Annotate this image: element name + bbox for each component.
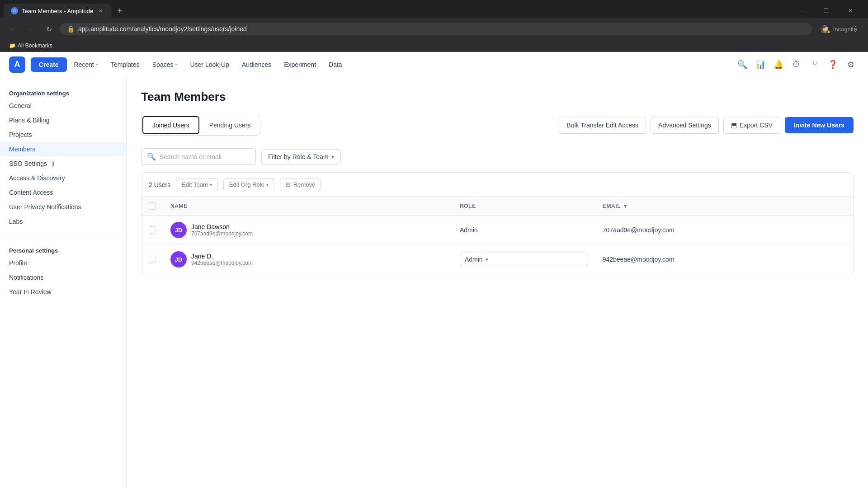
sidebar-item-user-privacy-notifications[interactable]: User Privacy Notifications: [0, 200, 126, 214]
avatar-1: JD: [170, 222, 187, 238]
remove-button[interactable]: ⊟ Remove: [280, 178, 321, 191]
role-dropdown-chevron-icon: ▾: [486, 257, 488, 263]
spaces-chevron-icon: ▾: [175, 62, 177, 67]
nav-item-experiment[interactable]: Experiment: [278, 57, 321, 72]
user-cell-2: JD Jane D. 942beeae@moodjoy.com: [170, 251, 445, 267]
email-2: 942beeae@moodjoy.com: [603, 256, 675, 263]
sidebar-item-projects[interactable]: Projects: [0, 127, 126, 142]
edit-org-role-button[interactable]: Edit Org Role ▾: [223, 178, 274, 191]
select-all-checkbox[interactable]: [149, 202, 156, 210]
minimize-button[interactable]: —: [791, 4, 812, 18]
export-icon: ⬒: [731, 122, 737, 129]
edit-team-chevron-icon: ▾: [210, 182, 212, 187]
search-filter-bar: 🔍 Filter by Role & Team ▾: [141, 148, 854, 165]
row-1-checkbox[interactable]: [149, 226, 156, 234]
email-column-header[interactable]: EMAIL ▼: [595, 197, 853, 216]
tab-favicon: A: [11, 7, 18, 14]
search-icon: 🔍: [147, 152, 156, 161]
filter-chevron-icon: ▾: [331, 154, 334, 160]
sidebar-item-general[interactable]: General: [0, 99, 126, 113]
sidebar-item-profile[interactable]: Profile: [0, 256, 126, 270]
edit-org-role-chevron-icon: ▾: [266, 182, 269, 187]
role-dropdown-2[interactable]: Admin ▾: [460, 253, 588, 266]
nav-item-user-lookup[interactable]: User Look-Up: [184, 57, 234, 72]
search-icon-button[interactable]: 🔍: [734, 56, 750, 73]
role-column-header: ROLE: [453, 197, 595, 216]
sidebar-item-plans-billing[interactable]: Plans & Billing: [0, 113, 126, 127]
email-sort-icon: ▼: [623, 203, 628, 209]
tab-pending-users[interactable]: Pending Users: [200, 115, 260, 135]
sidebar: Organization settings General Plans & Bi…: [0, 77, 127, 488]
extensions-button[interactable]: ⋮: [848, 22, 863, 36]
nav-item-recent[interactable]: Recent ▾: [69, 57, 104, 72]
sidebar-item-sso-settings[interactable]: SSO Settings ⚷: [0, 156, 126, 171]
lock-icon: 🔒: [67, 25, 75, 33]
tab-joined-users[interactable]: Joined Users: [142, 116, 199, 134]
org-settings-section-title: Organization settings: [0, 86, 126, 99]
nav-item-data[interactable]: Data: [323, 57, 348, 72]
url-text: app.amplitude.com/analytics/moodjoy2/set…: [78, 25, 805, 33]
tab-title: Team Members - Amplitude: [22, 8, 93, 14]
close-window-button[interactable]: ✕: [840, 4, 861, 18]
tab-close-button[interactable]: ✕: [97, 7, 104, 14]
users-data-table: NAME ROLE EMAIL ▼: [142, 197, 853, 274]
sidebar-item-year-in-review[interactable]: Year In Review: [0, 285, 126, 299]
user-email-sub-1: 707aad9e@moodjoy.com: [191, 230, 253, 237]
invite-new-users-button[interactable]: Invite New Users: [785, 117, 854, 133]
sidebar-item-access-discovery[interactable]: Access & Discovery: [0, 171, 126, 185]
filter-role-team-button[interactable]: Filter by Role & Team ▾: [261, 149, 341, 164]
nav-item-templates[interactable]: Templates: [105, 57, 145, 72]
create-button[interactable]: Create: [31, 57, 67, 72]
bulk-transfer-button[interactable]: Bulk Transfer Edit Access: [559, 117, 646, 134]
sidebar-item-content-access[interactable]: Content Access: [0, 185, 126, 200]
sidebar-item-labs[interactable]: Labs: [0, 214, 126, 229]
settings-icon-button[interactable]: ⚙: [843, 56, 859, 73]
help-icon-button[interactable]: ❓: [825, 56, 841, 73]
address-bar[interactable]: 🔒 app.amplitude.com/analytics/moodjoy2/s…: [60, 23, 812, 35]
profile-button[interactable]: 🕵 Incognito: [832, 22, 846, 36]
user-cell-1: JD Jane Dawson 707aad9e@moodjoy.com: [170, 222, 445, 238]
history-icon-button[interactable]: ⏱: [788, 56, 805, 73]
name-column-header: NAME: [163, 197, 453, 216]
tabs-action-bar: Joined Users Pending Users Bulk Transfer…: [141, 115, 854, 136]
users-count: 2 Users: [149, 181, 170, 188]
content-area: Team Members Joined Users Pending Users …: [127, 77, 868, 488]
nav-item-audiences[interactable]: Audiences: [236, 57, 277, 72]
personal-settings-section-title: Personal settings: [0, 244, 126, 256]
action-buttons-group: Bulk Transfer Edit Access Advanced Setti…: [559, 117, 854, 134]
new-tab-button[interactable]: +: [113, 5, 126, 17]
all-bookmarks-item[interactable]: 📁 All Bookmarks: [5, 42, 56, 50]
bookmarks-folder-icon: 📁: [9, 42, 16, 49]
user-email-sub-2: 942beeae@moodjoy.com: [191, 260, 253, 266]
table-row: JD Jane Dawson 707aad9e@moodjoy.com Admi: [142, 216, 853, 245]
row-2-checkbox[interactable]: [149, 256, 156, 263]
edit-team-button[interactable]: Edit Team ▾: [176, 178, 218, 191]
search-box: 🔍: [141, 148, 256, 165]
export-csv-button[interactable]: ⬒ Export CSV: [723, 117, 780, 134]
nav-item-spaces[interactable]: Spaces ▾: [147, 57, 183, 72]
user-name-1: Jane Dawson: [191, 223, 253, 230]
user-name-2: Jane D.: [191, 253, 253, 260]
table-row: JD Jane D. 942beeae@moodjoy.com: [142, 245, 853, 274]
notifications-icon-button[interactable]: 🔔: [770, 56, 787, 73]
advanced-settings-button[interactable]: Advanced Settings: [651, 117, 719, 134]
search-input[interactable]: [160, 153, 250, 160]
role-text-1: Admin: [460, 226, 478, 234]
sidebar-item-notifications[interactable]: Notifications: [0, 270, 126, 285]
reload-button[interactable]: ↻: [42, 22, 56, 36]
users-table-container: 2 Users Edit Team ▾ Edit Org Role ▾ ⊟ Re…: [141, 172, 854, 274]
browser-tab[interactable]: A Team Members - Amplitude ✕: [4, 4, 111, 18]
back-button[interactable]: ←: [5, 22, 20, 36]
top-navigation: A Create Recent ▾ Templates Spaces ▾ Use…: [0, 52, 868, 77]
page-title: Team Members: [141, 90, 854, 104]
user-tabs: Joined Users Pending Users: [141, 115, 260, 136]
forward-button[interactable]: →: [24, 22, 38, 36]
maximize-button[interactable]: ❐: [816, 4, 836, 18]
branch-icon-button[interactable]: ⑂: [807, 56, 823, 73]
sidebar-divider: [0, 236, 126, 236]
sidebar-item-members[interactable]: Members: [0, 142, 126, 156]
remove-icon: ⊟: [286, 181, 291, 188]
recent-chevron-icon: ▾: [96, 62, 98, 67]
analytics-icon-button[interactable]: 📊: [752, 56, 769, 73]
app-logo[interactable]: A: [9, 56, 25, 73]
